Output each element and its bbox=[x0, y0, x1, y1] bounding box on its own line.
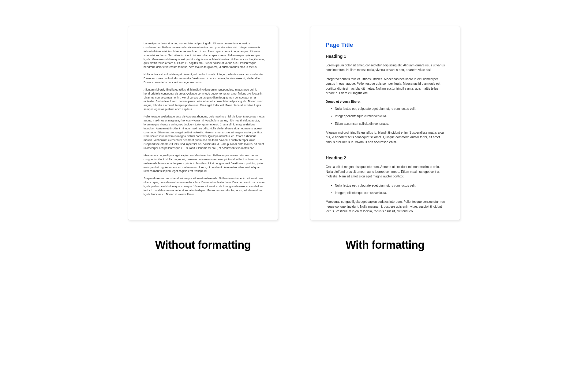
heading-2: Heading 2 bbox=[326, 155, 448, 160]
body-paragraph: Lorem ipsum dolor sit amet, consectetur … bbox=[144, 42, 265, 69]
pages-container: Lorem ipsum dolor sit amet, consectetur … bbox=[128, 26, 460, 220]
heading-1: Heading 1 bbox=[326, 54, 448, 59]
body-paragraph: Maecenas congue ligula eget sapien sodal… bbox=[144, 154, 265, 173]
list-item: Integer pellentesque cursus vehicula. bbox=[335, 191, 448, 195]
body-paragraph: Lorem ipsum dolor sit amet, consectetur … bbox=[326, 63, 448, 72]
list-item: Integer pellentesque cursus vehicula. bbox=[335, 114, 448, 118]
list-item: Nulla lectus est, vulputate eget diam ut… bbox=[335, 183, 448, 188]
caption-right: With formatting bbox=[310, 239, 460, 251]
captions-row: Without formatting With formatting bbox=[128, 239, 460, 251]
page-title: Page Title bbox=[326, 42, 448, 48]
page-without-formatting: Lorem ipsum dolor sit amet, consectetur … bbox=[128, 26, 278, 220]
bullet-list: Nulla lectus est, vulputate eget diam ut… bbox=[326, 183, 448, 195]
page-with-formatting: Page Title Heading 1 Lorem ipsum dolor s… bbox=[310, 26, 460, 220]
body-paragraph: Aliquam nisi orci, fringilla eu tellus i… bbox=[326, 130, 448, 144]
body-paragraph: Suspendisse maximus hendrerit neque sit … bbox=[144, 176, 265, 196]
body-paragraph: Integer venenatis felis et ultrices ultr… bbox=[326, 77, 448, 96]
body-paragraph: Pellentesque scelerisque ante ultrices e… bbox=[144, 115, 265, 150]
list-item: Etiam accumsan sollicitudin venenatis. bbox=[335, 121, 448, 126]
body-paragraph: Maecenas congue ligula eget sapien sodal… bbox=[326, 199, 448, 214]
caption-left: Without formatting bbox=[128, 239, 278, 251]
body-paragraph: Cras a elit id magna tristique interdum.… bbox=[326, 165, 448, 179]
list-item: Nulla lectus est, vulputate eget diam ut… bbox=[335, 106, 448, 111]
body-paragraph: Nulla lectus est, vulputate eget diam ut… bbox=[144, 72, 265, 84]
bold-subheading: Donec et viverra libero. bbox=[326, 100, 448, 103]
bullet-list: Nulla lectus est, vulputate eget diam ut… bbox=[326, 106, 448, 126]
body-paragraph: Aliquam nisi orci, fringilla eu tellus i… bbox=[144, 88, 265, 111]
